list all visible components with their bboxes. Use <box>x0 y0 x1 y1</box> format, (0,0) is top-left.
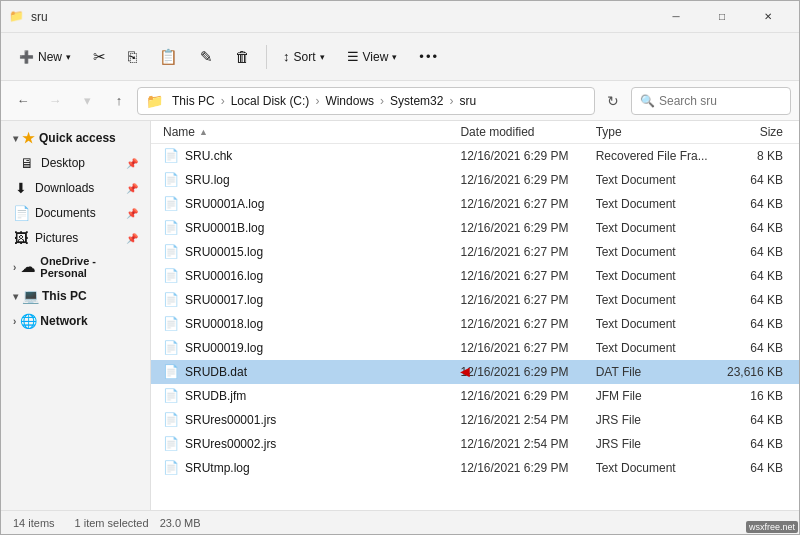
table-row[interactable]: 📄SRU00019.log12/16/2021 6:27 PMText Docu… <box>151 336 799 360</box>
path-sru[interactable]: sru <box>456 92 479 110</box>
path-sep-2: › <box>315 94 319 108</box>
cut-button[interactable]: ✂ <box>83 39 116 75</box>
file-size-cell: 23,616 KB <box>721 365 799 379</box>
table-row[interactable]: 📄SRU00015.log12/16/2021 6:27 PMText Docu… <box>151 240 799 264</box>
copy-button[interactable]: ⎘ <box>118 39 147 75</box>
rename-icon: ✎ <box>200 48 213 66</box>
table-row[interactable]: 📄SRU00017.log12/16/2021 6:27 PMText Docu… <box>151 288 799 312</box>
network-icon: 🌐 <box>20 313 36 329</box>
file-size-cell: 64 KB <box>721 341 799 355</box>
file-date-cell: 12/16/2021 6:27 PM <box>460 197 595 211</box>
col-name-header[interactable]: Name ▲ <box>151 125 460 139</box>
close-button[interactable]: ✕ <box>745 1 791 33</box>
file-date-cell: 12/16/2021 2:54 PM <box>460 413 595 427</box>
sidebar-item-pictures[interactable]: 🖼 Pictures 📌 <box>5 226 146 250</box>
new-chevron-icon: ▾ <box>66 52 71 62</box>
path-system32[interactable]: System32 <box>387 92 446 110</box>
path-sep-4: › <box>449 94 453 108</box>
col-type-header[interactable]: Type <box>596 125 722 139</box>
file-name-text: SRU00017.log <box>185 293 263 307</box>
explorer-window: 📁 sru ─ □ ✕ ➕ New ▾ ✂ ⎘ 📋 ✎ 🗑 ↕ <box>0 0 800 535</box>
file-icon: 📄 <box>163 148 179 163</box>
table-row[interactable]: 📄SRUDB.jfm12/16/2021 6:29 PMJFM File16 K… <box>151 384 799 408</box>
path-windows[interactable]: Windows <box>322 92 377 110</box>
filelist[interactable]: Name ▲ Date modified Type Size 📄SRU.chk1… <box>151 121 799 510</box>
file-name-text: SRUres00002.jrs <box>185 437 276 451</box>
file-date-cell: 12/16/2021 6:29 PM <box>460 365 595 379</box>
file-icon: 📄 <box>163 364 179 379</box>
file-name-cell: 📄SRU0001B.log <box>151 220 460 235</box>
main-content: ▾ ★ Quick access 🖥 Desktop 📌 ⬇ Downloads… <box>1 121 799 510</box>
back-button[interactable]: ← <box>9 87 37 115</box>
file-date-cell: 12/16/2021 6:27 PM <box>460 269 595 283</box>
table-row[interactable]: 📄SRU.log12/16/2021 6:29 PMText Document6… <box>151 168 799 192</box>
onedrive-icon: ☁ <box>20 259 36 275</box>
minimize-button[interactable]: ─ <box>653 1 699 33</box>
file-type-cell: Text Document <box>596 173 722 187</box>
file-name-text: SRU.chk <box>185 149 232 163</box>
delete-icon: 🗑 <box>235 48 250 65</box>
new-button[interactable]: ➕ New ▾ <box>9 39 81 75</box>
window-icon: 📁 <box>9 9 25 25</box>
col-size-header[interactable]: Size <box>721 125 799 139</box>
search-input[interactable] <box>659 94 800 108</box>
paste-button[interactable]: 📋 <box>149 39 188 75</box>
file-size-cell: 64 KB <box>721 245 799 259</box>
thispc-header[interactable]: ▾ 💻 This PC <box>5 284 146 308</box>
table-row[interactable]: 📄SRU.chk12/16/2021 6:29 PMRecovered File… <box>151 144 799 168</box>
quick-access-header[interactable]: ▾ ★ Quick access <box>5 126 146 150</box>
view-button[interactable]: ☰ View ▾ <box>337 39 408 75</box>
file-type-cell: Text Document <box>596 221 722 235</box>
onedrive-header[interactable]: › ☁ OneDrive - Personal <box>5 251 146 283</box>
rename-button[interactable]: ✎ <box>190 39 223 75</box>
table-row[interactable]: 📄SRUres00002.jrs12/16/2021 2:54 PMJRS Fi… <box>151 432 799 456</box>
file-name-cell: 📄SRUDB.dat <box>151 364 460 379</box>
more-icon: ••• <box>419 49 439 64</box>
col-date-header[interactable]: Date modified <box>460 125 595 139</box>
file-name-text: SRU00018.log <box>185 317 263 331</box>
file-name-cell: 📄SRUres00001.jrs <box>151 412 460 427</box>
more-button[interactable]: ••• <box>409 39 449 75</box>
thispc-icon: 💻 <box>22 288 38 304</box>
table-row[interactable]: 📄SRU00018.log12/16/2021 6:27 PMText Docu… <box>151 312 799 336</box>
titlebar-controls: ─ □ ✕ <box>653 1 791 33</box>
delete-button[interactable]: 🗑 <box>225 39 260 75</box>
file-name-text: SRUres00001.jrs <box>185 413 276 427</box>
table-row[interactable]: 📄SRU00016.log12/16/2021 6:27 PMText Docu… <box>151 264 799 288</box>
address-path[interactable]: 📁 This PC › Local Disk (C:) › Windows › … <box>137 87 595 115</box>
search-box[interactable]: 🔍 <box>631 87 791 115</box>
file-name-cell: 📄SRUDB.jfm <box>151 388 460 403</box>
onedrive-label: OneDrive - Personal <box>40 255 138 279</box>
filelist-header: Name ▲ Date modified Type Size <box>151 121 799 144</box>
maximize-button[interactable]: □ <box>699 1 745 33</box>
forward-button[interactable]: → <box>41 87 69 115</box>
path-sep-1: › <box>221 94 225 108</box>
table-row[interactable]: 📄SRUtmp.log12/16/2021 6:29 PMText Docume… <box>151 456 799 480</box>
path-thispc[interactable]: This PC <box>169 92 218 110</box>
path-localdisk[interactable]: Local Disk (C:) <box>228 92 313 110</box>
recent-button[interactable]: ▾ <box>73 87 101 115</box>
documents-pin-icon: 📌 <box>126 208 138 219</box>
file-size-cell: 64 KB <box>721 197 799 211</box>
quick-access-expand-icon: ▾ <box>13 133 18 144</box>
sidebar-item-downloads[interactable]: ⬇ Downloads 📌 <box>5 176 146 200</box>
file-name-text: SRUtmp.log <box>185 461 250 475</box>
file-size-cell: 64 KB <box>721 461 799 475</box>
cut-icon: ✂ <box>93 48 106 66</box>
file-date-cell: 12/16/2021 6:29 PM <box>460 461 595 475</box>
refresh-button[interactable]: ↻ <box>599 87 627 115</box>
sort-button[interactable]: ↕ Sort ▾ <box>273 39 335 75</box>
file-type-cell: JRS File <box>596 437 722 451</box>
file-size-cell: 64 KB <box>721 413 799 427</box>
sidebar-item-desktop[interactable]: 🖥 Desktop 📌 <box>5 151 146 175</box>
network-header[interactable]: › 🌐 Network <box>5 309 146 333</box>
sidebar-item-documents[interactable]: 📄 Documents 📌 <box>5 201 146 225</box>
table-row[interactable]: 📄SRUres00001.jrs12/16/2021 2:54 PMJRS Fi… <box>151 408 799 432</box>
up-button[interactable]: ↑ <box>105 87 133 115</box>
file-date-cell: 12/16/2021 6:29 PM <box>460 173 595 187</box>
table-row[interactable]: 📄SRU0001A.log12/16/2021 6:27 PMText Docu… <box>151 192 799 216</box>
sidebar: ▾ ★ Quick access 🖥 Desktop 📌 ⬇ Downloads… <box>1 121 151 510</box>
table-row[interactable]: 📄SRUDB.dat12/16/2021 6:29 PMDAT File23,6… <box>151 360 799 384</box>
table-row[interactable]: 📄SRU0001B.log12/16/2021 6:29 PMText Docu… <box>151 216 799 240</box>
new-icon: ➕ <box>19 50 34 64</box>
